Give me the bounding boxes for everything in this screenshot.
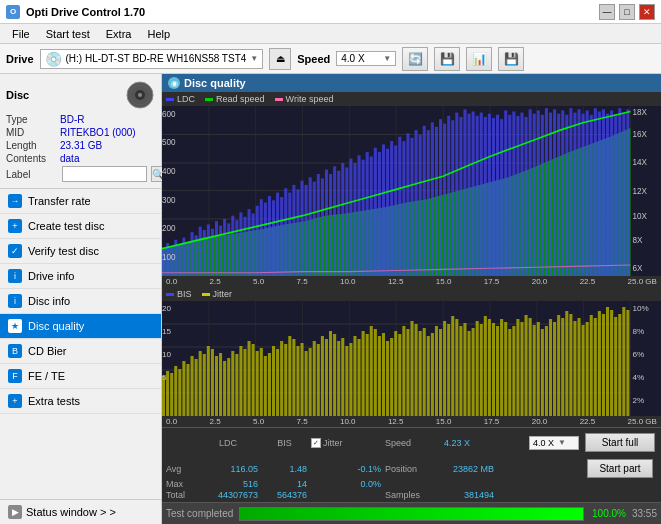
svg-rect-98 (480, 113, 483, 276)
svg-rect-217 (386, 341, 389, 416)
jitter-checkbox[interactable]: ✓ (311, 438, 321, 448)
svg-rect-274 (618, 314, 621, 416)
speed-select[interactable]: 4.0 X ▼ (336, 51, 396, 66)
svg-text:15: 15 (162, 327, 172, 336)
menu-file[interactable]: File (4, 26, 38, 42)
svg-rect-104 (504, 110, 507, 276)
write-legend-label: Write speed (286, 94, 334, 104)
ldc-legend-dot (166, 98, 174, 101)
svg-rect-188 (268, 353, 271, 416)
svg-rect-59 (321, 178, 324, 276)
svg-rect-40 (243, 217, 246, 276)
svg-rect-88 (439, 119, 442, 276)
drive-label: Drive (6, 53, 34, 65)
nav-label-create-test-disc: Create test disc (28, 220, 104, 232)
svg-text:500: 500 (162, 137, 176, 147)
max-bis: 14 (262, 479, 307, 489)
svg-rect-83 (419, 135, 422, 276)
speed-stats-select[interactable]: 4.0 X ▼ (529, 436, 579, 450)
svg-rect-276 (626, 310, 629, 416)
svg-rect-162 (162, 376, 165, 416)
close-button[interactable]: ✕ (639, 4, 655, 20)
svg-text:400: 400 (162, 166, 176, 176)
samples-label: Samples (385, 490, 440, 500)
svg-text:600: 600 (162, 109, 176, 119)
svg-rect-211 (362, 331, 365, 416)
max-label: Max (166, 479, 194, 489)
menu-extra[interactable]: Extra (98, 26, 140, 42)
toolbar-btn-2[interactable]: 💾 (434, 47, 460, 71)
svg-rect-220 (398, 334, 401, 416)
svg-rect-33 (215, 221, 218, 276)
toolbar-btn-1[interactable]: 🔄 (402, 47, 428, 71)
maximize-button[interactable]: □ (619, 4, 635, 20)
svg-text:16X: 16X (632, 128, 647, 138)
svg-rect-234 (455, 319, 458, 416)
svg-rect-85 (427, 130, 430, 276)
svg-rect-75 (386, 149, 389, 276)
svg-text:100: 100 (162, 251, 176, 261)
menu-start-test[interactable]: Start test (38, 26, 98, 42)
svg-rect-269 (598, 311, 601, 416)
progress-percent: 100.0% (590, 508, 626, 519)
sidebar-item-transfer-rate[interactable]: → Transfer rate (0, 189, 161, 214)
svg-rect-134 (626, 109, 629, 276)
minimize-button[interactable]: — (599, 4, 615, 20)
svg-rect-48 (276, 193, 279, 276)
svg-rect-82 (415, 130, 418, 276)
sidebar-item-drive-info[interactable]: i Drive info (0, 264, 161, 289)
sidebar-item-create-test-disc[interactable]: + Create test disc (0, 214, 161, 239)
start-part-button[interactable]: Start part (587, 459, 653, 478)
label-key: Label (6, 169, 58, 180)
menu-help[interactable]: Help (139, 26, 178, 42)
svg-rect-186 (260, 348, 263, 416)
sidebar-item-verify-test-disc[interactable]: ✓ Verify test disc (0, 239, 161, 264)
eject-button[interactable]: ⏏ (269, 48, 291, 70)
svg-rect-47 (272, 200, 275, 276)
sidebar-item-disc-info[interactable]: i Disc info (0, 289, 161, 314)
svg-rect-69 (362, 160, 365, 276)
label-input[interactable] (62, 166, 147, 182)
svg-rect-80 (406, 133, 409, 276)
write-legend-dot (275, 98, 283, 101)
nav-label-drive-info: Drive info (28, 270, 74, 282)
svg-rect-121 (573, 113, 576, 276)
start-buttons: Start full (583, 431, 657, 454)
svg-rect-222 (406, 329, 409, 416)
length-key: Length (6, 140, 58, 151)
svg-point-2 (138, 93, 142, 97)
sidebar-item-disc-quality[interactable]: ★ Disc quality (0, 314, 161, 339)
speed-value: 4.0 X (341, 53, 379, 64)
svg-rect-42 (252, 213, 255, 276)
panel-header: ◉ Disc quality (162, 74, 661, 92)
nav-label-fe-te: FE / TE (28, 370, 65, 382)
disc-info-icon: i (8, 294, 22, 308)
svg-rect-45 (264, 203, 267, 276)
svg-rect-235 (459, 326, 462, 416)
sidebar-item-extra-tests[interactable]: + Extra tests (0, 389, 161, 414)
svg-rect-37 (231, 216, 234, 276)
svg-rect-61 (329, 174, 332, 276)
speed-value-label: 4.23 X (444, 438, 494, 448)
start-full-button[interactable]: Start full (585, 433, 655, 452)
svg-rect-128 (602, 109, 605, 276)
sidebar-item-fe-te[interactable]: F FE / TE (0, 364, 161, 389)
svg-rect-41 (248, 209, 251, 276)
drive-value: (H:) HL-DT-ST BD-RE WH16NS58 TST4 (66, 53, 247, 64)
svg-text:2%: 2% (632, 396, 644, 405)
svg-rect-187 (264, 356, 267, 416)
sidebar-item-cd-bier[interactable]: B CD Bier (0, 339, 161, 364)
toolbar-btn-4[interactable]: 💾 (498, 47, 524, 71)
svg-rect-65 (345, 167, 348, 276)
svg-rect-212 (366, 334, 369, 416)
svg-rect-70 (366, 152, 369, 276)
svg-rect-208 (349, 343, 352, 416)
extra-tests-icon: + (8, 394, 22, 408)
status-window-button[interactable]: ▶ Status window > > (0, 499, 161, 524)
svg-rect-275 (622, 307, 625, 416)
svg-rect-79 (402, 141, 405, 276)
toolbar-btn-3[interactable]: 📊 (466, 47, 492, 71)
svg-rect-197 (305, 351, 308, 416)
drive-select[interactable]: 💿 (H:) HL-DT-ST BD-RE WH16NS58 TST4 ▼ (40, 49, 264, 69)
app-title: Opti Drive Control 1.70 (26, 6, 145, 18)
